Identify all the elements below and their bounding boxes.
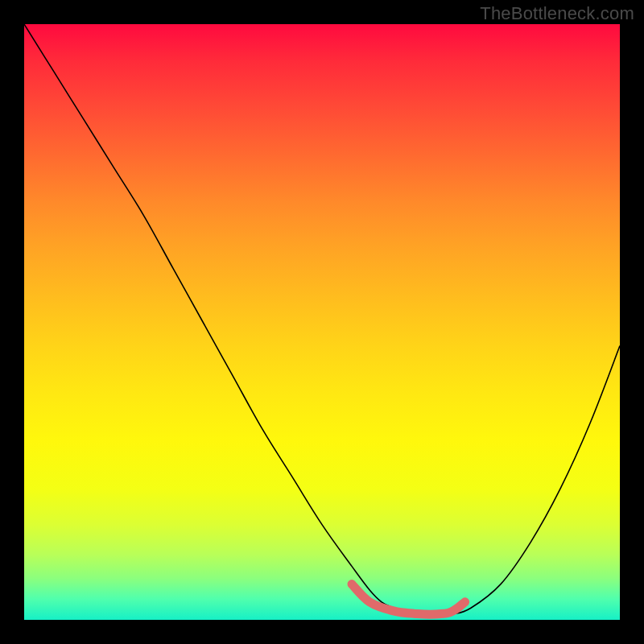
chart-frame: TheBottleneck.com	[0, 0, 644, 644]
bottleneck-curve-path	[24, 24, 620, 614]
watermark-text: TheBottleneck.com	[480, 3, 634, 24]
bottleneck-curve-svg	[24, 24, 620, 620]
plot-area	[24, 24, 620, 620]
